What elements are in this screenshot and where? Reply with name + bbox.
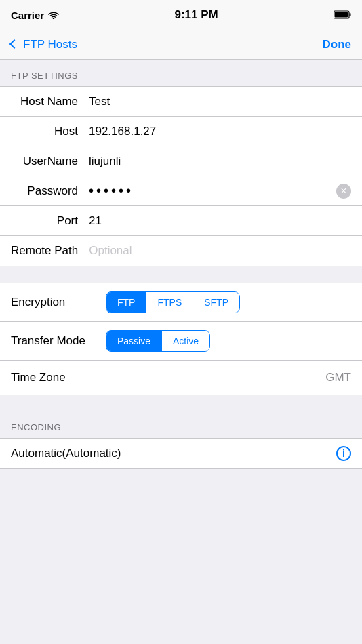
encryption-control: FTP FTPS SFTP (106, 291, 351, 313)
encryption-sftp-button[interactable]: SFTP (193, 292, 239, 313)
host-label: Host (11, 125, 89, 138)
encryption-segmented: FTP FTPS SFTP (106, 291, 240, 313)
status-bar-right (334, 9, 351, 21)
back-label: FTP Hosts (23, 38, 77, 52)
encryption-ftp-button[interactable]: FTP (106, 292, 146, 313)
status-bar-left: Carrier (11, 9, 59, 21)
clear-password-button[interactable] (336, 184, 351, 199)
username-label: UserName (11, 155, 89, 168)
password-input[interactable] (89, 183, 331, 199)
nav-bar: FTP Hosts Done (0, 30, 362, 60)
svg-rect-2 (349, 13, 350, 16)
host-value: 192.168.1.27 (89, 125, 351, 138)
encryption-row: Encryption FTP FTPS SFTP (0, 283, 362, 322)
encoding-group: Automatic(Automatic) i (0, 438, 362, 469)
timezone-row: Time Zone GMT (0, 361, 362, 395)
port-label: Port (11, 214, 89, 228)
encryption-ftps-button[interactable]: FTPS (146, 292, 193, 313)
encoding-header: ENCODING (0, 411, 362, 438)
done-button[interactable]: Done (323, 38, 352, 52)
username-value: liujunli (89, 155, 351, 168)
transfer-mode-control: Passive Active (106, 330, 351, 352)
encoding-value: Automatic(Automatic) (11, 447, 336, 460)
ftp-settings-header: FTP SETTINGS (0, 60, 362, 86)
port-value: 21 (89, 214, 351, 228)
password-label: Password (11, 184, 89, 198)
svg-rect-3 (334, 12, 348, 17)
transfer-mode-label: Transfer Mode (11, 334, 106, 348)
table-row: Host Name Test (0, 87, 362, 117)
table-row: Host 192.168.1.27 (0, 117, 362, 146)
wifi-icon (48, 9, 59, 21)
spacer2 (0, 395, 362, 411)
battery-icon (334, 9, 351, 21)
transfer-mode-segmented: Passive Active (106, 330, 210, 352)
remote-path-label: Remote Path (11, 244, 89, 258)
carrier-label: Carrier (11, 9, 44, 21)
svg-point-0 (53, 18, 54, 19)
status-bar-time: 9:11 PM (174, 8, 218, 22)
table-row: Port 21 (0, 206, 362, 236)
transfer-passive-button[interactable]: Passive (106, 331, 162, 351)
table-row: Password (0, 176, 362, 206)
transfer-mode-row: Transfer Mode Passive Active (0, 322, 362, 361)
status-bar: Carrier 9:11 PM (0, 0, 362, 30)
hostname-value: Test (89, 95, 351, 108)
transfer-active-button[interactable]: Active (162, 331, 209, 351)
info-button[interactable]: i (336, 446, 351, 461)
encryption-label: Encryption (11, 296, 106, 309)
encoding-row: Automatic(Automatic) i (0, 439, 362, 468)
remote-path-placeholder: Optional (89, 244, 351, 258)
table-row: Remote Path Optional (0, 236, 362, 266)
connection-settings-group: Encryption FTP FTPS SFTP Transfer Mode P… (0, 283, 362, 395)
table-row: UserName liujunli (0, 146, 362, 176)
hostname-label: Host Name (11, 95, 89, 108)
spacer (0, 266, 362, 283)
timezone-value: GMT (106, 371, 351, 384)
back-button[interactable]: FTP Hosts (11, 38, 77, 52)
chevron-left-icon (9, 39, 19, 49)
timezone-label: Time Zone (11, 371, 106, 384)
ftp-settings-group: Host Name Test Host 192.168.1.27 UserNam… (0, 86, 362, 266)
